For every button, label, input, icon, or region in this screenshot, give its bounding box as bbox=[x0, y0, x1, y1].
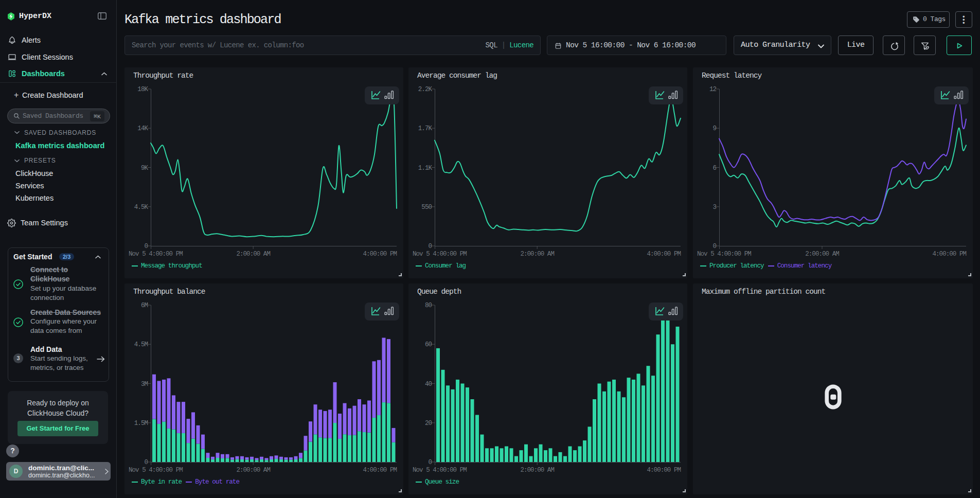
svg-text:1.5M: 1.5M bbox=[134, 420, 148, 427]
svg-text:0: 0 bbox=[144, 459, 148, 466]
svg-text:Nov 5 4:00:00 PM: Nov 5 4:00:00 PM bbox=[413, 251, 467, 258]
svg-text:0: 0 bbox=[712, 243, 716, 250]
svg-text:2.2K: 2.2K bbox=[418, 86, 433, 93]
svg-text:3: 3 bbox=[712, 204, 716, 211]
svg-text:6: 6 bbox=[712, 165, 716, 172]
svg-text:18K: 18K bbox=[137, 86, 148, 93]
svg-text:4:00:00 PM: 4:00:00 PM bbox=[363, 251, 397, 258]
svg-text:9: 9 bbox=[712, 125, 716, 132]
svg-text:4:00:00 PM: 4:00:00 PM bbox=[647, 467, 681, 474]
svg-text:1.7K: 1.7K bbox=[418, 125, 433, 132]
svg-text:Nov 5 4:00:00 PM: Nov 5 4:00:00 PM bbox=[129, 251, 183, 258]
svg-text:0: 0 bbox=[428, 459, 432, 466]
svg-text:Nov 5 4:00:00 PM: Nov 5 4:00:00 PM bbox=[697, 251, 751, 258]
svg-text:2:00:00 AM: 2:00:00 AM bbox=[805, 251, 839, 258]
svg-text:6M: 6M bbox=[141, 302, 148, 309]
svg-text:40: 40 bbox=[425, 381, 432, 388]
svg-text:9K: 9K bbox=[141, 165, 149, 172]
svg-text:2:00:00 AM: 2:00:00 AM bbox=[236, 251, 270, 258]
svg-text:4:00:00 PM: 4:00:00 PM bbox=[363, 467, 397, 474]
svg-text:550: 550 bbox=[421, 204, 432, 211]
svg-text:1.1K: 1.1K bbox=[418, 165, 433, 172]
svg-text:4:00:00 PM: 4:00:00 PM bbox=[932, 251, 966, 258]
svg-text:4.5K: 4.5K bbox=[134, 204, 149, 211]
svg-text:2:00:00 AM: 2:00:00 AM bbox=[520, 251, 554, 258]
svg-text:14K: 14K bbox=[137, 125, 148, 132]
svg-text:3M: 3M bbox=[141, 381, 148, 388]
svg-text:Nov 5 4:00:00 PM: Nov 5 4:00:00 PM bbox=[413, 467, 467, 474]
svg-text:2:00:00 AM: 2:00:00 AM bbox=[236, 467, 270, 474]
svg-text:80: 80 bbox=[425, 302, 432, 309]
svg-text:Nov 5 4:00:00 PM: Nov 5 4:00:00 PM bbox=[129, 467, 183, 474]
svg-text:60: 60 bbox=[425, 341, 432, 348]
svg-text:0: 0 bbox=[428, 243, 432, 250]
svg-text:0: 0 bbox=[144, 243, 148, 250]
svg-text:12: 12 bbox=[709, 86, 717, 93]
svg-text:4:00:00 PM: 4:00:00 PM bbox=[647, 251, 681, 258]
svg-text:4.5M: 4.5M bbox=[134, 341, 148, 348]
svg-text:20: 20 bbox=[425, 420, 432, 427]
svg-text:2:00:00 AM: 2:00:00 AM bbox=[520, 467, 554, 474]
